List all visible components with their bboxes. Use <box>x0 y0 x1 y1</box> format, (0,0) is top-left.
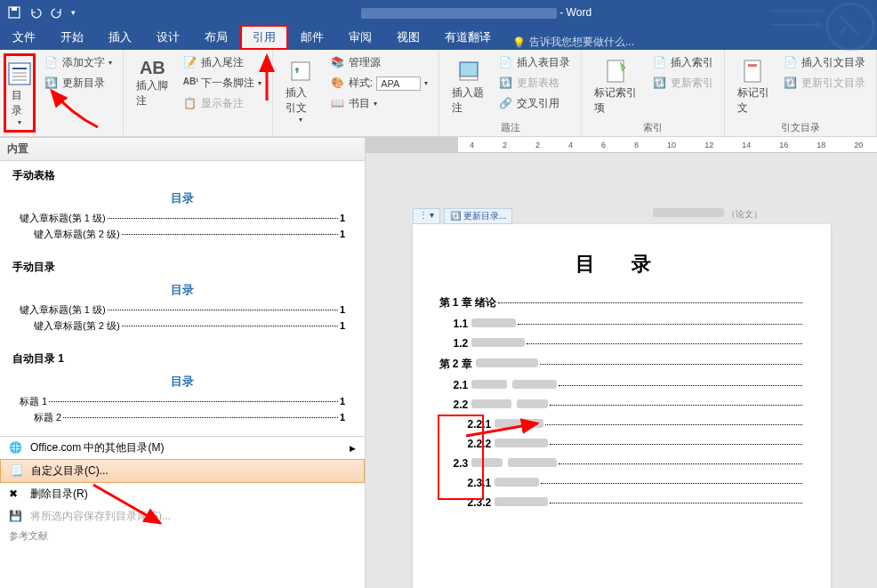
chevron-right-icon: ▶ <box>350 444 356 453</box>
tab-youdao[interactable]: 有道翻译 <box>432 25 503 50</box>
add-text-icon: 📄 <box>44 56 59 70</box>
next-footnote-button[interactable]: AB¹下一条脚注 ▾ <box>180 74 265 93</box>
globe-icon: 🌐 <box>9 441 23 455</box>
ribbon-group-footnotes: AB 插入脚注 📝插入尾注 AB¹下一条脚注 ▾ 📋显示备注 <box>124 50 273 136</box>
citation-style-select[interactable]: 🎨样式: APA▾ <box>327 74 431 93</box>
svg-point-14 <box>816 22 821 28</box>
mark-citation-icon <box>739 57 768 85</box>
update-table-icon: 🔃 <box>499 77 513 91</box>
add-text-button[interactable]: 📄添加文字 ▾ <box>41 53 116 72</box>
svg-rect-7 <box>292 62 310 80</box>
mark-entry-button[interactable]: 标记索引项 <box>589 53 643 119</box>
update-index-button[interactable]: 🔃更新索引 <box>649 74 717 93</box>
toc-option-auto1[interactable]: 自动目录 1 目录 标题 11 标题 21 <box>0 344 365 436</box>
tab-file[interactable]: 文件 <box>0 25 48 50</box>
bibliography-icon: 📖 <box>331 97 345 111</box>
toc-section-builtin: 内置 <box>0 137 365 161</box>
svg-rect-1 <box>12 7 17 11</box>
tell-me-search[interactable]: 💡 告诉我您想要做什么... <box>503 35 643 50</box>
update-index-icon: 🔃 <box>653 77 667 91</box>
horizontal-ruler[interactable]: 642 246 81012 141618 202224 26 <box>366 137 877 153</box>
ribbon: 目录 ▾ 📄添加文字 ▾ 🔃更新目录 AB 插入脚注 📝插入尾注 AB¹下一条脚… <box>0 50 877 137</box>
svg-rect-11 <box>744 60 760 82</box>
group-label-toc <box>4 133 116 134</box>
ribbon-group-toc: 目录 ▾ 📄添加文字 ▾ 🔃更新目录 <box>0 50 124 136</box>
document-page[interactable]: ⋮ ▾ 🔃 更新目录... （论文） 目 录 第 1 章 绪论 1.1 1.2 … <box>413 224 831 588</box>
insert-citation-button[interactable]: 插入引文▾ <box>280 53 322 127</box>
window-title: - Word <box>76 6 877 19</box>
toc-option-manual-toc[interactable]: 手动目录 目录 键入章标题(第 1 级)1 键入章标题(第 2 级)1 <box>0 253 365 344</box>
toc-gallery-dropdown: 内置 手动表格 目录 键入章标题(第 1 级)1 键入章标题(第 2 级)1 手… <box>0 137 366 588</box>
update-authorities-button[interactable]: 🔃更新引文目录 <box>780 74 869 93</box>
tab-view[interactable]: 视图 <box>384 25 432 50</box>
document-area: 642 246 81012 141618 202224 26 ⋮ ▾ 🔃 更新目… <box>366 137 877 588</box>
toc-menu-custom[interactable]: 📃 自定义目录(C)... <box>0 459 365 483</box>
tab-home[interactable]: 开始 <box>48 25 96 50</box>
svg-rect-2 <box>9 63 30 85</box>
update-table-button[interactable]: 🔃更新表格 <box>495 74 574 93</box>
table-figures-icon: 📄 <box>499 56 513 70</box>
toc-menu-save[interactable]: 💾 将所选内容保存到目录库(S)... <box>0 505 365 528</box>
toc-icon <box>5 60 34 88</box>
ribbon-group-index: 标记索引项 📄插入索引 🔃更新索引 索引 <box>582 50 724 136</box>
remove-icon: ✖ <box>9 487 23 502</box>
group-label-caption: 题注 <box>447 119 574 134</box>
show-notes-button[interactable]: 📋显示备注 <box>180 94 265 113</box>
redo-icon[interactable] <box>50 5 64 20</box>
show-notes-icon: 📋 <box>183 97 197 111</box>
footnote-ab-icon: AB <box>140 58 165 78</box>
save-icon[interactable] <box>7 5 21 20</box>
cross-reference-button[interactable]: 🔗交叉引用 <box>495 94 574 113</box>
manage-sources-button[interactable]: 📚管理源 <box>327 53 431 72</box>
toc-menu-remove[interactable]: ✖ 删除目录(R) <box>0 483 365 505</box>
citation-icon <box>286 57 315 85</box>
watermark-icon <box>770 0 877 57</box>
custom-toc-icon: 📃 <box>10 464 24 479</box>
toc-menu-office[interactable]: 🌐 Office.com 中的其他目录(M) ▶ <box>0 437 365 459</box>
undo-icon[interactable] <box>28 5 43 20</box>
lightbulb-icon: 💡 <box>512 36 526 49</box>
tab-layout[interactable]: 布局 <box>192 25 240 50</box>
ref-text-line: 参考文献 <box>0 528 365 544</box>
tab-design[interactable]: 设计 <box>144 25 192 50</box>
update-toc-button[interactable]: 🔃更新目录 <box>41 74 116 93</box>
insert-caption-button[interactable]: 插入题注 <box>447 53 490 119</box>
next-footnote-icon: AB¹ <box>183 77 197 91</box>
toc-field-icon[interactable]: ⋮ ▾ <box>413 208 441 224</box>
toc-option-manual-table[interactable]: 手动表格 目录 键入章标题(第 1 级)1 键入章标题(第 2 级)1 <box>0 161 365 253</box>
mark-citation-button[interactable]: 标记引文 <box>732 53 775 119</box>
group-label-index: 索引 <box>589 119 716 134</box>
endnote-icon: 📝 <box>183 56 197 70</box>
titlebar: ▾ - Word <box>0 0 877 25</box>
insert-table-figures-button[interactable]: 📄插入表目录 <box>495 53 574 72</box>
tab-insert[interactable]: 插入 <box>96 25 144 50</box>
ribbon-tabs: 文件 开始 插入 设计 布局 引用 邮件 审阅 视图 有道翻译 💡 告诉我您想要… <box>0 25 877 50</box>
doc-toc-title: 目 录 <box>439 251 804 278</box>
svg-rect-12 <box>748 64 757 67</box>
toc-button[interactable]: 目录 ▾ <box>4 53 36 133</box>
tab-mailings[interactable]: 邮件 <box>288 25 336 50</box>
ribbon-group-authorities: 标记引文 📄插入引文目录 🔃更新引文目录 引文目录 <box>725 50 877 136</box>
insert-index-icon: 📄 <box>653 56 667 70</box>
cross-ref-icon: 🔗 <box>499 97 513 111</box>
doc-suffix: （论文） <box>649 208 762 224</box>
insert-endnote-button[interactable]: 📝插入尾注 <box>180 53 265 72</box>
svg-rect-9 <box>460 77 478 80</box>
ribbon-group-captions: 插入题注 📄插入表目录 🔃更新表格 🔗交叉引用 题注 <box>439 50 582 136</box>
refresh-icon: 🔃 <box>44 77 59 91</box>
tab-references[interactable]: 引用 <box>240 25 288 50</box>
caption-icon <box>455 57 483 85</box>
save-gallery-icon: 💾 <box>9 510 23 524</box>
sources-icon: 📚 <box>331 56 345 70</box>
insert-footnote-button[interactable]: AB 插入脚注 <box>131 53 174 113</box>
insert-auth-icon: 📄 <box>784 56 798 70</box>
bibliography-button[interactable]: 📖书目 ▾ <box>327 94 431 113</box>
insert-index-button[interactable]: 📄插入索引 <box>649 53 717 72</box>
group-label-auth: 引文目录 <box>732 119 869 134</box>
svg-rect-8 <box>460 62 478 77</box>
tab-review[interactable]: 审阅 <box>336 25 384 50</box>
update-toc-field-button[interactable]: 🔃 更新目录... <box>444 208 512 224</box>
style-icon: 🎨 <box>331 77 345 91</box>
chevron-down-icon: ▾ <box>18 118 21 126</box>
annotation-red-box <box>438 415 484 500</box>
